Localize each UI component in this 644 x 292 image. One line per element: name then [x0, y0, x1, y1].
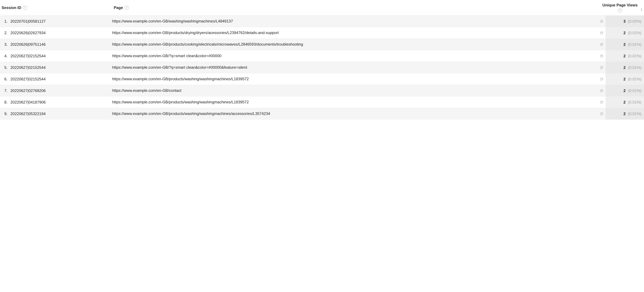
session-id-cell: 20220626|09751146	[10, 42, 112, 47]
page-cell: https://www.example.com/en-GB/?q=smart c…	[112, 53, 598, 58]
views-value: 2	[606, 112, 628, 116]
header-page-label: Page	[114, 6, 123, 10]
page-url[interactable]: https://www.example.com/en-GB/products/w…	[112, 99, 596, 105]
views-pct: (0.02%)	[628, 19, 644, 24]
svg-rect-2	[600, 44, 602, 46]
views-pct: (0.01%)	[628, 42, 644, 47]
open-link-icon[interactable]	[598, 43, 606, 46]
page-url[interactable]: https://www.example.com/en-GB/products/d…	[112, 30, 596, 35]
table-row[interactable]: 6.20220627|02152544https://www.example.c…	[0, 73, 644, 85]
views-pct: (0.01%)	[628, 88, 644, 93]
open-link-icon[interactable]	[598, 66, 606, 69]
header-unique-page-views[interactable]: Unique Page Views ? ↓	[602, 3, 644, 13]
sort-descending-icon[interactable]: ↓	[640, 7, 643, 12]
svg-rect-3	[600, 55, 602, 57]
row-index: 7.	[0, 88, 10, 93]
page-cell: https://www.example.com/en-GB/products/c…	[112, 42, 598, 47]
table-header-row: Session ID ? Page ? Unique Page Views ? …	[0, 0, 644, 16]
page-url[interactable]: https://www.example.com/en-GB/products/c…	[112, 42, 596, 47]
views-cell: 2(0.01%)	[606, 73, 644, 85]
svg-rect-5	[600, 78, 602, 80]
analytics-table: Session ID ? Page ? Unique Page Views ? …	[0, 0, 644, 120]
open-link-icon[interactable]	[598, 31, 606, 35]
views-cell: 2(0.01%)	[606, 50, 644, 62]
views-value: 3	[606, 19, 628, 24]
open-link-icon[interactable]	[598, 89, 606, 92]
page-url[interactable]: https://www.example.com/en-GB/?q=smart c…	[112, 53, 596, 58]
views-value: 2	[606, 54, 628, 58]
table-row[interactable]: 9.20220627|05322194https://www.example.c…	[0, 108, 644, 120]
header-session-id-label: Session ID	[2, 6, 21, 10]
session-id-cell: 20220701|00581127	[10, 19, 112, 24]
views-value: 2	[606, 65, 628, 70]
open-link-icon[interactable]	[598, 100, 606, 104]
views-value: 2	[606, 77, 628, 81]
views-cell: 2(0.01%)	[606, 96, 644, 108]
header-views-label: Unique Page Views	[602, 3, 638, 7]
row-index: 8.	[0, 100, 10, 104]
open-link-icon[interactable]	[598, 20, 606, 23]
views-pct: (0.01%)	[628, 65, 644, 70]
table-row[interactable]: 4.20220627|02152544https://www.example.c…	[0, 50, 644, 62]
table-row[interactable]: 1.20220701|00581127https://www.example.c…	[0, 16, 644, 27]
table-row[interactable]: 2.20220626|02627934https://www.example.c…	[0, 27, 644, 39]
open-link-icon[interactable]	[598, 77, 606, 81]
table-row[interactable]: 3.20220626|09751146https://www.example.c…	[0, 39, 644, 50]
svg-rect-1	[600, 32, 602, 34]
row-index: 5.	[0, 65, 10, 70]
views-value: 2	[606, 100, 628, 104]
session-id-cell: 20220627|02768206	[10, 88, 112, 93]
row-index: 1.	[0, 19, 10, 24]
svg-rect-8	[600, 113, 602, 115]
page-cell: https://www.example.com/en-GB/products/w…	[112, 111, 598, 116]
open-link-icon[interactable]	[598, 112, 606, 116]
header-page[interactable]: Page ?	[112, 6, 602, 10]
session-id-cell: 20220627|02152544	[10, 77, 112, 81]
help-icon[interactable]: ?	[23, 6, 27, 10]
views-cell: 2(0.01%)	[606, 27, 644, 39]
session-id-cell: 20220627|04187906	[10, 100, 112, 104]
svg-rect-4	[600, 67, 602, 69]
page-url[interactable]: https://www.example.com/en-GB/?q=smart c…	[112, 65, 596, 70]
views-cell: 2(0.01%)	[606, 85, 644, 96]
views-value: 2	[606, 88, 628, 93]
svg-rect-0	[600, 21, 602, 23]
page-cell: https://www.example.com/en-GB/washing/wa…	[112, 19, 598, 24]
page-cell: https://www.example.com/en-GB/products/w…	[112, 99, 598, 105]
session-id-cell: 20220627|02152544	[10, 54, 112, 58]
help-icon[interactable]: ?	[618, 8, 622, 13]
views-pct: (0.01%)	[628, 100, 644, 104]
page-cell: https://www.example.com/en-GB/?q=smart c…	[112, 65, 598, 70]
views-pct: (0.01%)	[628, 54, 644, 58]
page-cell: https://www.example.com/en-GB/products/w…	[112, 76, 598, 82]
table-row[interactable]: 7.20220627|02768206https://www.example.c…	[0, 85, 644, 96]
help-icon[interactable]: ?	[124, 6, 129, 10]
views-cell: 2(0.01%)	[606, 39, 644, 50]
views-pct: (0.01%)	[628, 112, 644, 116]
svg-rect-6	[600, 90, 602, 92]
views-value: 2	[606, 42, 628, 47]
table-row[interactable]: 5.20220627|02152544https://www.example.c…	[0, 62, 644, 73]
session-id-cell: 20220627|02152544	[10, 65, 112, 70]
views-cell: 2(0.01%)	[606, 108, 644, 119]
row-index: 3.	[0, 42, 10, 47]
session-id-cell: 20220626|02627934	[10, 31, 112, 35]
row-index: 6.	[0, 77, 10, 81]
open-link-icon[interactable]	[598, 54, 606, 58]
page-url[interactable]: https://www.example.com/en-GB/contact	[112, 88, 596, 93]
session-id-cell: 20220627|05322194	[10, 112, 112, 116]
views-pct: (0.01%)	[628, 31, 644, 35]
views-value: 2	[606, 31, 628, 35]
row-index: 2.	[0, 31, 10, 35]
views-cell: 2(0.01%)	[606, 62, 644, 73]
row-index: 4.	[0, 54, 10, 58]
views-cell: 3(0.02%)	[606, 16, 644, 27]
svg-rect-7	[600, 102, 602, 103]
page-url[interactable]: https://www.example.com/en-GB/washing/wa…	[112, 19, 596, 24]
page-url[interactable]: https://www.example.com/en-GB/products/w…	[112, 76, 596, 82]
table-row[interactable]: 8.20220627|04187906https://www.example.c…	[0, 96, 644, 108]
page-cell: https://www.example.com/en-GB/contact	[112, 88, 598, 93]
views-pct: (0.01%)	[628, 77, 644, 81]
page-url[interactable]: https://www.example.com/en-GB/products/w…	[112, 111, 596, 116]
header-session-id[interactable]: Session ID ?	[0, 6, 112, 10]
